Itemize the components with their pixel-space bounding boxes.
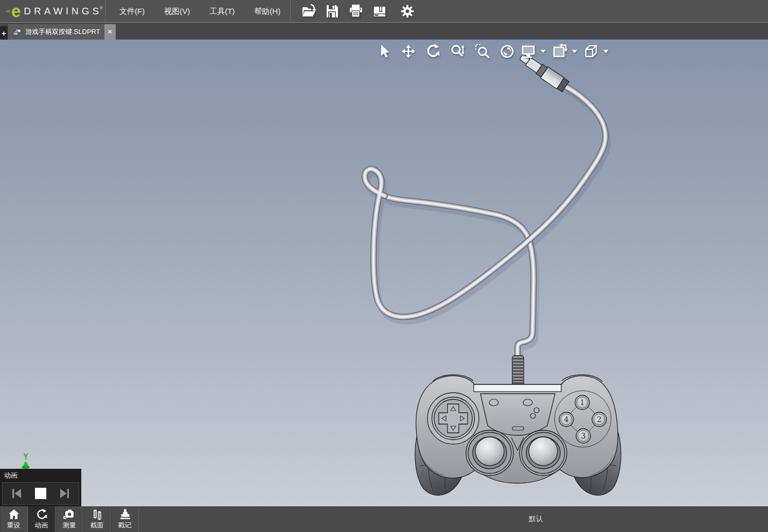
tab-close-button[interactable]: ✕ [104,24,116,40]
animation-icon [35,508,48,521]
edrawings-window: { "brand": { "logo_e": "e", "logo_name":… [0,0,768,532]
open-button[interactable] [297,1,320,22]
animation-tool[interactable]: 动画 [28,506,56,532]
part-document-icon [12,28,22,36]
measure-icon [63,508,76,521]
stop-button[interactable] [33,486,48,501]
next-frame-button[interactable] [57,486,72,501]
next-frame-icon [58,487,71,500]
save-icon [324,3,341,20]
named-views-button[interactable] [551,43,582,60]
zoom-fit-button[interactable] [495,43,520,60]
stop-icon [34,487,47,500]
publish-icon [371,3,388,20]
tool-label: 重设 [7,522,21,529]
previous-frame-icon [10,487,24,500]
tool-label: 动画 [35,522,48,529]
view-display-button[interactable] [520,43,551,60]
menu-items: 文件(F) 视图(V) 工具(T) 帮助(H) [105,0,291,22]
logo-reg: ® [100,6,103,10]
menu-file[interactable]: 文件(F) [113,0,151,23]
home-icon [7,508,21,521]
options-button[interactable] [396,1,419,22]
status-bar: 重设 动画 测量 截面 戳记 [0,506,768,532]
chevron-down-icon[interactable] [603,50,609,53]
tool-label: 测量 [63,522,76,529]
section-tool[interactable]: 截面 [83,506,111,532]
button-2-label: 2 [597,415,602,424]
tool-label: 戳记 [118,522,132,529]
cable-strand-a [385,196,533,360]
select-cursor-icon [375,43,392,60]
menu-tools[interactable]: 工具(T) [203,0,241,23]
chevron-down-icon[interactable] [572,50,577,53]
animation-controls [2,482,79,505]
cable-shadow [367,90,608,364]
print-icon [348,3,364,20]
button-4-label: 4 [564,415,569,424]
edrawings-arrow-icon [5,3,10,20]
zoom-area-icon [474,43,491,60]
save-button[interactable] [320,1,344,22]
button-3-label: 3 [581,432,586,440]
rotate-icon [424,43,442,60]
animation-panel: 动画 [0,469,81,506]
named-views-icon [551,43,568,60]
configuration-label: 默认 [504,506,568,532]
view-toolbar [371,42,614,61]
button-1-label: 1 [580,398,585,407]
publish-button[interactable] [368,1,391,22]
main-toolbar [291,0,419,22]
select-button[interactable] [371,43,396,60]
stamp-icon [118,508,132,521]
previous-frame-button[interactable] [10,486,24,501]
gamepad-body: 1 2 3 4 [415,356,621,496]
print-button[interactable] [344,1,368,22]
model-viewport[interactable]: 1 2 3 4 [0,40,768,506]
rotate-button[interactable] [421,43,445,60]
tab-active[interactable]: 游戏手柄双按键.SLDPRT ✕ [8,24,116,40]
orientation-triad: Y [16,451,37,471]
section-icon [91,508,104,521]
edrawings-logo: e DRAWINGS ® [0,0,105,22]
new-tab-button[interactable]: + [0,26,8,40]
measure-tool[interactable]: 测量 [56,506,83,532]
stamp-tool[interactable]: 戳记 [111,506,139,532]
open-file-icon [300,3,317,20]
zoom-inout-icon [449,43,467,60]
zoom-fit-icon [498,43,516,60]
animation-panel-title: 动画 [0,469,81,480]
orientation-cube-icon [582,43,600,60]
orientation-cube-button[interactable] [582,43,614,60]
gamepad-3d-model[interactable]: 1 2 3 4 [0,40,768,506]
menu-help[interactable]: 帮助(H) [247,0,287,23]
pan-button[interactable] [396,43,421,60]
options-gear-icon [400,4,415,19]
reset-tool[interactable]: 重设 [0,506,28,532]
pan-icon [400,43,417,60]
triad-y-label: Y [23,452,28,462]
logo-name: DRAWINGS [24,6,102,17]
zoom-button[interactable] [445,43,470,60]
view-display-icon [520,43,537,60]
tab-title: 游戏手柄双按键.SLDPRT [25,27,100,36]
zoom-area-button[interactable] [470,43,495,60]
tool-label: 截面 [91,522,104,529]
tab-bar: + 游戏手柄双按键.SLDPRT ✕ [0,23,768,40]
logo-e: e [11,4,21,19]
chevron-down-icon[interactable] [541,50,546,53]
menu-view[interactable]: 视图(V) [157,0,197,23]
menu-bar: e DRAWINGS ® 文件(F) 视图(V) 工具(T) 帮助(H) [0,0,768,23]
